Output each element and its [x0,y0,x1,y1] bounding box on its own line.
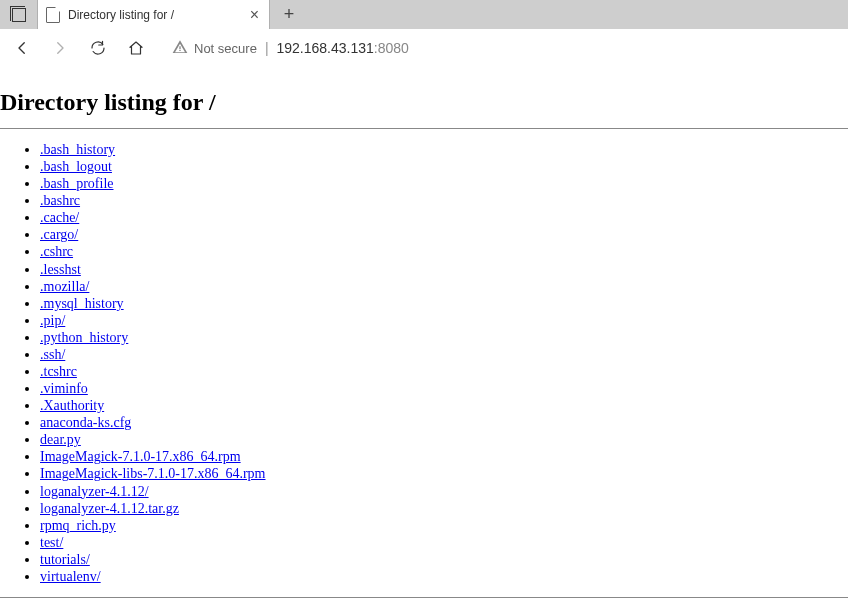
file-link[interactable]: .mysql_history [40,296,124,311]
file-link[interactable]: .cshrc [40,244,73,259]
file-link[interactable]: .bashrc [40,193,80,208]
file-link[interactable]: .python_history [40,330,128,345]
list-item: .viminfo [40,380,848,397]
list-item: ImageMagick-7.1.0-17.x86_64.rpm [40,448,848,465]
list-item: .cargo/ [40,226,848,243]
file-link[interactable]: .ssh/ [40,347,65,362]
list-item: .bash_logout [40,158,848,175]
warning-icon [172,39,188,58]
page-content: Directory listing for / .bash_history.ba… [0,89,848,598]
list-item: .bash_profile [40,175,848,192]
list-item: tutorials/ [40,551,848,568]
divider-bottom [0,597,848,598]
browser-tab[interactable]: Directory listing for / × [38,0,270,29]
url-text: 192.168.43.131:8080 [277,40,409,56]
window-tabs-button[interactable] [0,0,38,29]
new-tab-button[interactable]: + [270,0,308,29]
list-item: .pip/ [40,312,848,329]
document-icon [46,7,60,23]
list-item: .cshrc [40,243,848,260]
list-item: dear.py [40,431,848,448]
address-divider: | [265,40,269,56]
file-link[interactable]: ImageMagick-libs-7.1.0-17.x86_64.rpm [40,466,266,481]
home-button[interactable] [120,32,152,64]
file-link[interactable]: tutorials/ [40,552,90,567]
tabs-icon [12,8,26,22]
file-link[interactable]: rpmq_rich.py [40,518,116,533]
file-link[interactable]: .lesshst [40,262,81,277]
list-item: virtualenv/ [40,568,848,585]
list-item: .lesshst [40,261,848,278]
list-item: ImageMagick-libs-7.1.0-17.x86_64.rpm [40,465,848,482]
close-tab-button[interactable]: × [250,7,259,23]
list-item: .mozilla/ [40,278,848,295]
list-item: .tcshrc [40,363,848,380]
list-item: rpmq_rich.py [40,517,848,534]
file-link[interactable]: .viminfo [40,381,88,396]
file-link[interactable]: .bash_profile [40,176,113,191]
list-item: .mysql_history [40,295,848,312]
tab-title: Directory listing for / [68,8,242,22]
list-item: .cache/ [40,209,848,226]
address-bar[interactable]: Not secure | 192.168.43.131:8080 [164,33,842,63]
file-link[interactable]: .cache/ [40,210,79,225]
list-item: .ssh/ [40,346,848,363]
file-link[interactable]: .bash_logout [40,159,112,174]
file-link[interactable]: loganalyzer-4.1.12.tar.gz [40,501,179,516]
list-item: .python_history [40,329,848,346]
security-indicator[interactable]: Not secure [172,39,257,58]
divider-top [0,128,848,129]
file-link[interactable]: .mozilla/ [40,279,89,294]
file-link[interactable]: .cargo/ [40,227,78,242]
file-link[interactable]: loganalyzer-4.1.12/ [40,484,149,499]
list-item: .Xauthority [40,397,848,414]
file-link[interactable]: test/ [40,535,63,550]
list-item: .bashrc [40,192,848,209]
file-link[interactable]: .bash_history [40,142,115,157]
plus-icon: + [284,4,295,25]
list-item: loganalyzer-4.1.12/ [40,483,848,500]
url-host: 192.168.43.131 [277,40,374,56]
file-link[interactable]: virtualenv/ [40,569,101,584]
security-label: Not secure [194,41,257,56]
list-item: loganalyzer-4.1.12.tar.gz [40,500,848,517]
file-link[interactable]: .pip/ [40,313,65,328]
url-port: :8080 [374,40,409,56]
file-link[interactable]: anaconda-ks.cfg [40,415,131,430]
list-item: anaconda-ks.cfg [40,414,848,431]
back-button[interactable] [6,32,38,64]
file-link[interactable]: .Xauthority [40,398,104,413]
browser-tab-strip: Directory listing for / × + [0,0,848,29]
list-item: test/ [40,534,848,551]
list-item: .bash_history [40,141,848,158]
file-link[interactable]: .tcshrc [40,364,77,379]
refresh-button[interactable] [82,32,114,64]
file-link[interactable]: dear.py [40,432,81,447]
browser-toolbar: Not secure | 192.168.43.131:8080 [0,29,848,67]
forward-button[interactable] [44,32,76,64]
file-link[interactable]: ImageMagick-7.1.0-17.x86_64.rpm [40,449,241,464]
file-list: .bash_history.bash_logout.bash_profile.b… [0,141,848,585]
page-title: Directory listing for / [0,89,848,116]
